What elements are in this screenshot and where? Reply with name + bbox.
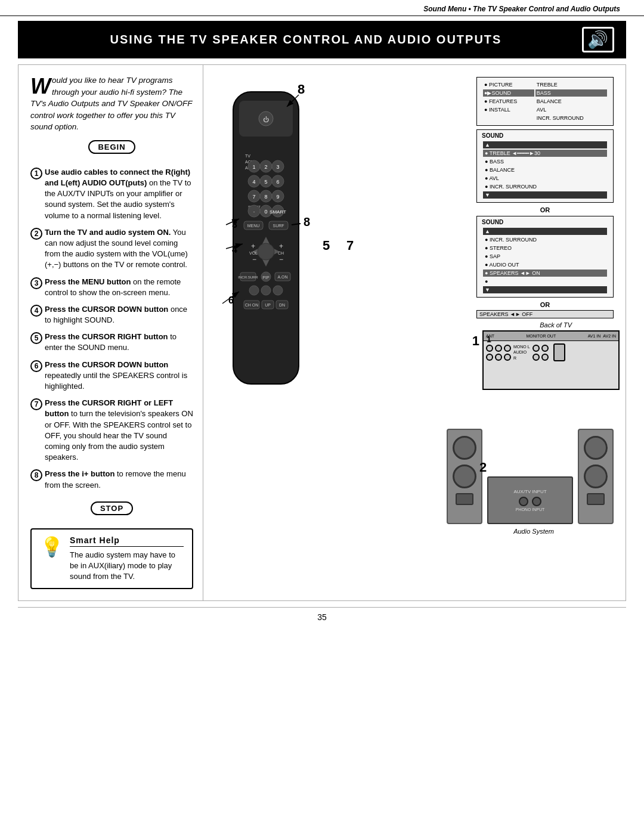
step-1: 1 Use audio cables to connect the R(ight… <box>30 167 193 221</box>
svg-text:UP: UP <box>265 303 271 307</box>
svg-text:8: 8 <box>304 215 310 228</box>
page-footer: 35 <box>18 607 626 627</box>
svg-text:VOL: VOL <box>249 251 258 255</box>
sound-menu-screen: SOUND ▲ ● TREBLE ◄━━━━►30 ● BASS ● BALAN… <box>476 129 614 203</box>
smart-help-content: Smart Help The audio system may have to … <box>70 535 184 583</box>
back-tv-label: Back of TV <box>540 321 572 329</box>
intro-text-body: ould you like to hear TV programs throug… <box>30 76 192 131</box>
left-panel: Would you like to hear TV programs throu… <box>18 65 203 600</box>
speakers-menu-screen: SOUND ▲ ● INCR. SURROUND ● STEREO ● SAP … <box>476 216 614 298</box>
svg-text:7: 7 <box>252 194 255 200</box>
svg-text:3: 3 <box>276 164 279 170</box>
step-7-text: Press the CURSOR RIGHT or LEFT button to… <box>45 398 193 463</box>
step-num-2: 2 <box>30 228 42 240</box>
audio-system-illustration: AUX/TV INPUT PHONO INPUT 2 <box>447 417 614 524</box>
svg-text:+: + <box>279 242 283 250</box>
svg-text:0: 0 <box>264 209 267 215</box>
svg-text:CH ON: CH ON <box>245 303 259 307</box>
step-callout-1: 1 <box>472 333 479 349</box>
audio-system-label: Audio System <box>513 528 554 535</box>
step-4-text: Press the CURSOR DOWN button once to hig… <box>45 304 193 326</box>
menu-screens-area: ● PICTURETREBLE ●▶SOUNDBASS ● FEATURESBA… <box>476 77 614 321</box>
svg-text:5: 5 <box>264 179 267 185</box>
svg-point-53 <box>249 286 259 295</box>
svg-text:+: + <box>251 242 255 250</box>
svg-text:SURF: SURF <box>273 224 284 228</box>
illustration-area: ⏻ TV ACR ACC 1 2 3 4 <box>209 71 620 560</box>
step-3: 3 Press the MENU button on the remote co… <box>30 277 193 298</box>
step-2: 2 Turn the TV and audio system ON. You c… <box>30 227 193 271</box>
step-num-4: 4 <box>30 305 42 317</box>
svg-text:−: − <box>279 255 283 264</box>
speaker-icon: 🔊 <box>582 27 614 52</box>
svg-text:4: 4 <box>252 179 255 185</box>
step-num-6: 6 <box>30 360 42 372</box>
svg-text:3: 3 <box>232 219 237 230</box>
step-1-heading: Use audio cables to connect the R(ight) … <box>45 167 193 221</box>
step-5-text: Press the CURSOR RIGHT button to enter t… <box>45 332 193 353</box>
step-7: 7 Press the CURSOR RIGHT or LEFT button … <box>30 398 193 463</box>
step-6: 6 Press the CURSOR DOWN button repeatedl… <box>30 360 193 392</box>
page-number: 35 <box>317 612 327 622</box>
step-6-text: Press the CURSOR DOWN button repeatedly … <box>45 360 193 392</box>
svg-text:MENU: MENU <box>247 224 260 228</box>
step-5: 5 Press the CURSOR RIGHT button to enter… <box>30 332 193 353</box>
title-text: Using the TV Speaker Control and Audio O… <box>30 33 582 47</box>
main-menu-screen: ● PICTURETREBLE ●▶SOUNDBASS ● FEATURESBA… <box>476 77 614 126</box>
svg-text:CH: CH <box>278 251 284 255</box>
svg-point-54 <box>261 286 271 295</box>
svg-text:8: 8 <box>264 194 267 200</box>
svg-text:9: 9 <box>276 194 279 200</box>
svg-text:−: − <box>252 255 256 264</box>
smart-help-title: Smart Help <box>70 535 184 547</box>
back-tv-illustration: ANTMONITOR OUTAV1 INAV2 IN MONO L AU <box>482 330 620 390</box>
remote-svg: ⏻ TV ACR ACC 1 2 3 4 <box>215 89 317 399</box>
svg-text:SMART: SMART <box>270 209 286 215</box>
page-subtitle: Sound Menu • The TV Speaker Control and … <box>0 0 644 16</box>
svg-text:6: 6 <box>276 179 279 185</box>
sound-title: SOUND <box>482 132 608 139</box>
step-callout-7: 7 <box>346 238 354 253</box>
step-num-7: 7 <box>30 398 42 410</box>
main-content: Would you like to hear TV programs throu… <box>18 64 626 601</box>
or-divider-2: OR <box>476 301 614 308</box>
stop-badge: STOP <box>91 501 133 515</box>
step-callout-5: 5 <box>323 238 330 253</box>
speakers-off-label: SPEAKERS ◄► OFF <box>479 311 532 317</box>
smart-help-box: 💡 Smart Help The audio system may have t… <box>30 528 193 590</box>
step-4: 4 Press the CURSOR DOWN button once to h… <box>30 304 193 326</box>
svg-text:2: 2 <box>264 164 267 170</box>
step-callout-8: 8 <box>298 82 305 97</box>
intro-paragraph: Would you like to hear TV programs throu… <box>30 75 193 133</box>
remote-control: ⏻ TV ACR ACC 1 2 3 4 <box>215 89 323 401</box>
title-bar: Using the TV Speaker Control and Audio O… <box>18 21 626 58</box>
step-num-8: 8 <box>30 469 42 481</box>
step-num-3: 3 <box>30 277 42 289</box>
svg-text:PIP: PIP <box>262 275 270 280</box>
svg-text:A.ON: A.ON <box>277 275 287 279</box>
svg-text:INCR.SURR: INCR.SURR <box>238 275 258 279</box>
svg-text:·: · <box>253 209 255 215</box>
svg-text:DN: DN <box>279 303 285 307</box>
smart-help-text: The audio system may have to be in AUX(i… <box>70 550 184 583</box>
svg-text:⏻: ⏻ <box>263 116 269 123</box>
drop-cap: W <box>30 76 51 97</box>
svg-text:TV: TV <box>245 154 250 158</box>
svg-point-55 <box>273 286 283 295</box>
or-divider: OR <box>481 206 609 213</box>
speakers-off-screen: SPEAKERS ◄► OFF <box>476 310 614 318</box>
svg-text:6: 6 <box>228 295 234 305</box>
step-8: 8 Press the i+ button to remove the menu… <box>30 469 193 490</box>
lightbulb-icon: 💡 <box>40 535 64 583</box>
speakers-sound-title: SOUND <box>482 219 608 225</box>
svg-text:1: 1 <box>252 164 255 170</box>
step-num-5: 5 <box>30 332 42 344</box>
svg-point-40 <box>258 243 274 260</box>
step-8-text: Press the i+ button to remove the menu f… <box>45 469 193 490</box>
right-panel: ⏻ TV ACR ACC 1 2 3 4 <box>203 65 626 600</box>
begin-badge: BEGIN <box>88 140 135 154</box>
step-2-text: Turn the TV and audio system ON. You can… <box>45 227 193 271</box>
step-num-1: 1 <box>30 168 42 179</box>
svg-text:4: 4 <box>232 244 237 255</box>
step-3-text: Press the MENU button on the remote cont… <box>45 277 193 298</box>
